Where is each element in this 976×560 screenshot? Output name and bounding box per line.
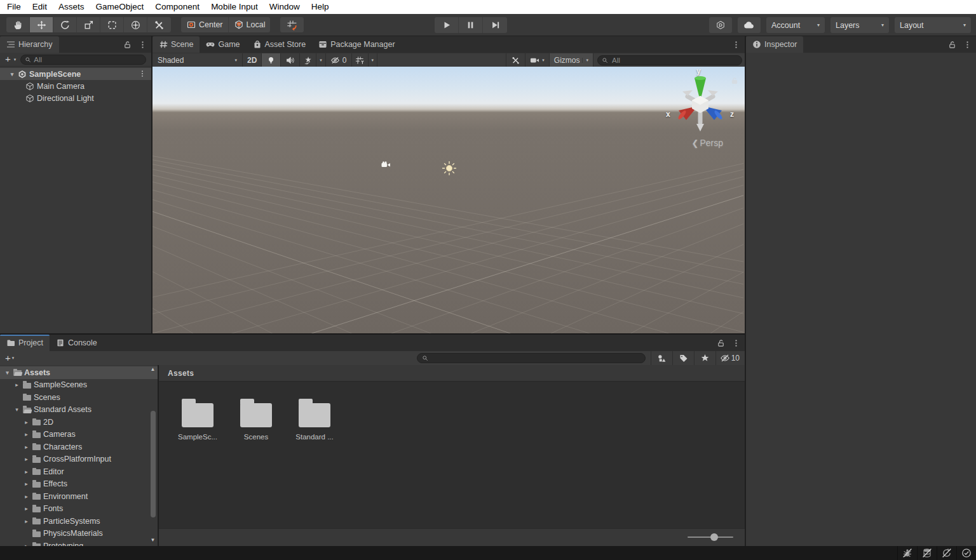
hidden-objects-button[interactable]: 0 — [326, 53, 352, 67]
collapse-arrow-icon[interactable]: ▾ — [9, 71, 15, 77]
tab-project[interactable]: Project — [0, 335, 50, 351]
lock-icon[interactable] — [122, 39, 132, 50]
scene-camera-dropdown[interactable]: ▾ — [525, 53, 550, 67]
move-tool-button[interactable] — [30, 17, 53, 32]
expand-arrow-icon[interactable]: ▸ — [23, 481, 30, 487]
cloud-services-button[interactable] — [738, 17, 761, 33]
panel-menu-icon[interactable] — [137, 39, 147, 50]
expand-arrow-icon[interactable]: ▸ — [23, 444, 30, 450]
tab-package-manager[interactable]: Package Manager — [312, 36, 401, 53]
tree-item-scenes[interactable]: Scenes — [0, 391, 158, 404]
directional-light-gizmo-icon[interactable] — [442, 161, 457, 178]
tree-item-cameras[interactable]: ▸Cameras — [0, 429, 158, 441]
create-dropdown-icon[interactable]: ▾ — [12, 356, 15, 361]
cache-server-disabled-icon[interactable] — [917, 546, 937, 560]
layout-dropdown[interactable]: Layout▾ — [895, 17, 971, 33]
pause-button[interactable] — [459, 17, 483, 33]
search-by-type-button[interactable] — [651, 351, 672, 365]
hierarchy-item-main-camera[interactable]: Main Camera — [0, 80, 151, 92]
gizmos-dropdown[interactable]: Gizmos ▾ — [550, 53, 593, 67]
tree-item-editor[interactable]: ▸Editor — [0, 465, 158, 478]
tree-item-standard-assets[interactable]: ▾Standard Assets — [0, 404, 158, 417]
tree-item-characters[interactable]: ▸Characters — [0, 441, 158, 453]
status-ok-icon[interactable] — [956, 546, 976, 560]
grid-visibility-dropdown[interactable]: ▾ — [369, 53, 378, 67]
collapse-arrow-icon[interactable]: ▾ — [4, 370, 11, 376]
tab-console[interactable]: Console — [50, 335, 104, 351]
axis-y-label[interactable]: y — [696, 67, 701, 76]
slider-thumb[interactable] — [710, 533, 718, 541]
rotate-tool-button[interactable] — [53, 17, 77, 32]
gizmo-lock-icon[interactable] — [731, 77, 738, 86]
menu-help[interactable]: Help — [306, 0, 335, 14]
scene-effects-button[interactable] — [300, 53, 316, 67]
lock-icon[interactable] — [947, 39, 957, 50]
scene-camera-settings-button[interactable] — [506, 53, 525, 67]
menu-file[interactable]: File — [1, 0, 27, 14]
pan-tool-button[interactable] — [6, 17, 30, 32]
asset-folder-samplesc[interactable]: SampleSc... — [177, 397, 219, 441]
favorites-button[interactable] — [694, 351, 715, 365]
hierarchy-search-input[interactable] — [34, 56, 142, 63]
create-button[interactable]: + — [3, 352, 12, 364]
tab-scene[interactable]: Scene — [152, 36, 200, 53]
create-dropdown-icon[interactable]: ▾ — [14, 57, 17, 62]
scene-effects-dropdown[interactable]: ▾ — [316, 53, 326, 67]
panel-menu-icon[interactable] — [731, 39, 741, 50]
version-control-button[interactable] — [709, 17, 732, 33]
tree-item-samplescenes[interactable]: ▸SampleScenes — [0, 379, 158, 392]
panel-menu-icon[interactable] — [731, 338, 741, 348]
tree-scrollbar[interactable]: ▲ ▼ — [148, 365, 158, 546]
hierarchy-item-directional-light[interactable]: Directional Light — [0, 92, 151, 104]
tree-item-assets[interactable]: ▾Assets — [0, 366, 158, 379]
rect-tool-button[interactable] — [100, 17, 124, 32]
tree-item-crossplatforminput[interactable]: ▸CrossPlatformInput — [0, 453, 158, 466]
axis-z-label[interactable]: z — [730, 110, 734, 119]
collapse-arrow-icon[interactable]: ▾ — [13, 406, 20, 413]
scene-search-input[interactable] — [611, 56, 738, 65]
tree-item-prototyping[interactable]: ▸Prototyping — [0, 540, 158, 546]
scene-search[interactable] — [597, 55, 742, 65]
handle-rotation-local-button[interactable]: Local — [229, 17, 271, 32]
search-by-label-button[interactable] — [672, 351, 694, 365]
hierarchy-search[interactable] — [20, 55, 146, 65]
scale-tool-button[interactable] — [77, 17, 100, 32]
project-search[interactable] — [417, 353, 646, 363]
scene-lighting-button[interactable] — [262, 53, 281, 67]
asset-folder-scenes[interactable]: Scenes — [235, 397, 277, 441]
scene-audio-button[interactable] — [281, 53, 300, 67]
expand-arrow-icon[interactable]: ▸ — [23, 419, 30, 425]
project-search-input[interactable] — [431, 354, 640, 363]
grid-snapping-button[interactable] — [280, 17, 304, 32]
menu-mobile-input[interactable]: Mobile Input — [205, 0, 264, 14]
expand-arrow-icon[interactable]: ▸ — [23, 431, 30, 437]
shading-mode-dropdown[interactable]: Shaded ▾ — [152, 53, 243, 67]
projection-toggle[interactable]: ❮ Persp — [692, 138, 723, 148]
menu-component[interactable]: Component — [149, 0, 205, 14]
menu-edit[interactable]: Edit — [27, 0, 53, 14]
scene-menu-icon[interactable] — [139, 70, 146, 77]
custom-tools-button[interactable] — [147, 17, 171, 32]
tab-inspector[interactable]: Inspector — [746, 36, 803, 53]
expand-arrow-icon[interactable]: ▸ — [13, 382, 20, 388]
scroll-down-icon[interactable]: ▼ — [151, 536, 156, 545]
tree-item-physicsmaterials[interactable]: PhysicsMaterials — [0, 528, 158, 540]
orientation-gizmo[interactable]: y x z — [665, 70, 736, 139]
thumbnail-size-slider[interactable] — [688, 537, 733, 538]
expand-arrow-icon[interactable]: ▸ — [23, 493, 30, 500]
tree-item-fonts[interactable]: ▸Fonts — [0, 503, 158, 516]
lock-icon[interactable] — [715, 338, 726, 348]
expand-arrow-icon[interactable]: ▸ — [23, 469, 30, 475]
debugger-detached-icon[interactable] — [897, 546, 917, 560]
tab-asset-store[interactable]: Asset Store — [247, 36, 313, 53]
expand-arrow-icon[interactable]: ▸ — [23, 505, 30, 512]
panel-menu-icon[interactable] — [962, 39, 972, 50]
tree-item-environment[interactable]: ▸Environment — [0, 490, 158, 503]
create-button[interactable]: + — [3, 53, 12, 65]
scrollbar-thumb[interactable] — [151, 411, 156, 517]
play-button[interactable] — [435, 17, 459, 33]
auto-refresh-disabled-icon[interactable] — [937, 546, 956, 560]
menu-window[interactable]: Window — [264, 0, 306, 14]
expand-arrow-icon[interactable]: ▸ — [23, 456, 30, 462]
scroll-up-icon[interactable]: ▲ — [151, 365, 156, 374]
